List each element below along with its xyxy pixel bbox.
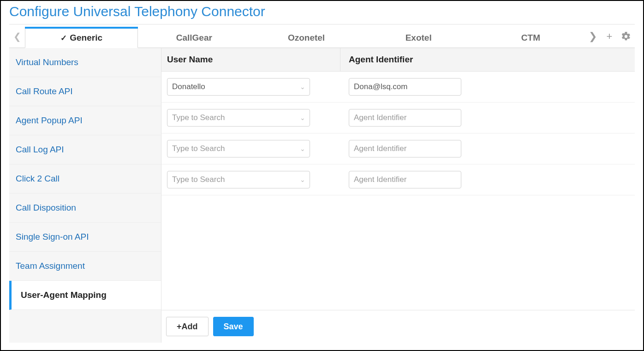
user-select[interactable]: ⌄ <box>167 140 310 157</box>
plus-icon: + <box>607 30 613 42</box>
table-row: ⌄ <box>161 133 635 164</box>
sidebar-item-click-2-call[interactable]: Click 2 Call <box>9 164 161 194</box>
table-row: ⌄ <box>161 164 635 195</box>
add-button[interactable]: +Add <box>166 317 209 336</box>
user-select[interactable]: ⌄ <box>167 109 310 127</box>
table-row: ⌄ <box>161 103 635 133</box>
column-header-agentid: Agent Identifier <box>340 48 635 71</box>
tab-label: CTM <box>521 33 540 42</box>
tab-exotel[interactable]: Exotel <box>363 27 475 48</box>
column-header-username: User Name <box>161 48 340 71</box>
settings-button[interactable] <box>620 30 632 42</box>
table-row: ⌄ <box>161 72 635 103</box>
chevron-right-icon: ❯ <box>589 30 597 42</box>
add-tab-button[interactable]: + <box>603 30 615 42</box>
agent-identifier-input[interactable] <box>349 109 461 127</box>
main-panel: User Name Agent Identifier ⌄ <box>161 48 635 343</box>
tab-label: Exotel <box>405 33 432 42</box>
footer-actions: +Add Save <box>161 310 635 343</box>
user-select[interactable]: ⌄ <box>167 78 310 96</box>
sidebar-item-call-disposition[interactable]: Call Disposition <box>9 194 161 223</box>
sidebar-item-team-assignment[interactable]: Team Assignment <box>9 252 161 281</box>
sidebar-item-user-agent-mapping[interactable]: User-Agent Mapping <box>9 281 161 310</box>
tab-bar: ❮ ✓Generic CallGear Ozonetel Exotel CTM … <box>9 25 635 48</box>
tab-callgear[interactable]: CallGear <box>138 27 250 48</box>
agent-identifier-input[interactable] <box>349 171 461 188</box>
sidebar-item-call-route-api[interactable]: Call Route API <box>9 77 161 106</box>
tab-label: CallGear <box>176 33 212 42</box>
tabs-container: ✓Generic CallGear Ozonetel Exotel CTM <box>25 25 587 48</box>
tab-ozonetel[interactable]: Ozonetel <box>250 27 362 48</box>
table-header: User Name Agent Identifier <box>161 48 635 72</box>
tab-generic[interactable]: ✓Generic <box>25 27 138 48</box>
content-area: Virtual Numbers Call Route API Agent Pop… <box>9 48 635 343</box>
sidebar-item-call-log-api[interactable]: Call Log API <box>9 135 161 164</box>
tab-ctm[interactable]: CTM <box>475 27 587 48</box>
agent-identifier-input[interactable] <box>349 140 461 157</box>
tab-label: Generic <box>70 33 102 42</box>
sidebar-item-virtual-numbers[interactable]: Virtual Numbers <box>9 48 161 77</box>
user-select-input[interactable] <box>167 78 310 96</box>
user-select[interactable]: ⌄ <box>167 171 310 188</box>
tab-label: Ozonetel <box>288 33 325 42</box>
agent-identifier-input[interactable] <box>349 78 461 96</box>
sidebar-item-single-sign-on-api[interactable]: Single Sign-on API <box>9 223 161 252</box>
tabs-scroll-right[interactable]: ❯ <box>587 30 599 42</box>
table-body: ⌄ ⌄ <box>161 72 635 310</box>
user-select-input[interactable] <box>167 109 310 127</box>
sidebar-item-agent-popup-api[interactable]: Agent Popup API <box>9 106 161 135</box>
sidebar: Virtual Numbers Call Route API Agent Pop… <box>9 48 161 343</box>
tabs-scroll-left[interactable]: ❮ <box>9 25 25 48</box>
tabbar-actions: ❯ + <box>587 30 635 42</box>
page-title: Configure Universal Telephony Connector <box>9 1 635 24</box>
user-select-input[interactable] <box>167 171 310 188</box>
user-select-input[interactable] <box>167 140 310 157</box>
check-icon: ✓ <box>60 34 67 42</box>
chevron-left-icon: ❮ <box>13 31 21 42</box>
save-button[interactable]: Save <box>213 317 254 336</box>
gear-icon <box>621 31 631 42</box>
